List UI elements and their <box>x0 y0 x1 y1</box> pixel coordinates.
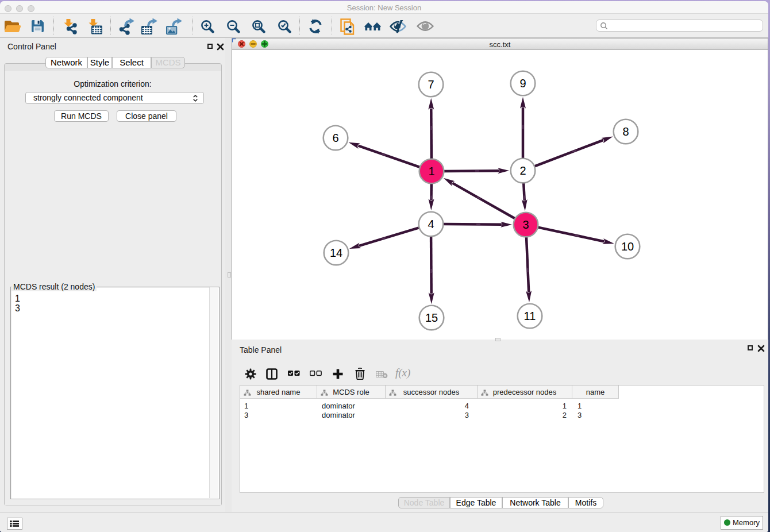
svg-text:15: 15 <box>425 311 438 324</box>
svg-text:1: 1 <box>428 165 434 178</box>
svg-text:8: 8 <box>622 125 629 138</box>
svg-text:2: 2 <box>519 164 526 177</box>
svg-text:7: 7 <box>428 78 434 91</box>
svg-text:9: 9 <box>519 77 526 90</box>
svg-text:3: 3 <box>522 218 529 231</box>
svg-text:11: 11 <box>524 310 536 322</box>
svg-text:6: 6 <box>332 132 338 144</box>
svg-text:14: 14 <box>330 246 342 259</box>
svg-text:4: 4 <box>428 218 434 230</box>
svg-text:10: 10 <box>621 240 634 253</box>
